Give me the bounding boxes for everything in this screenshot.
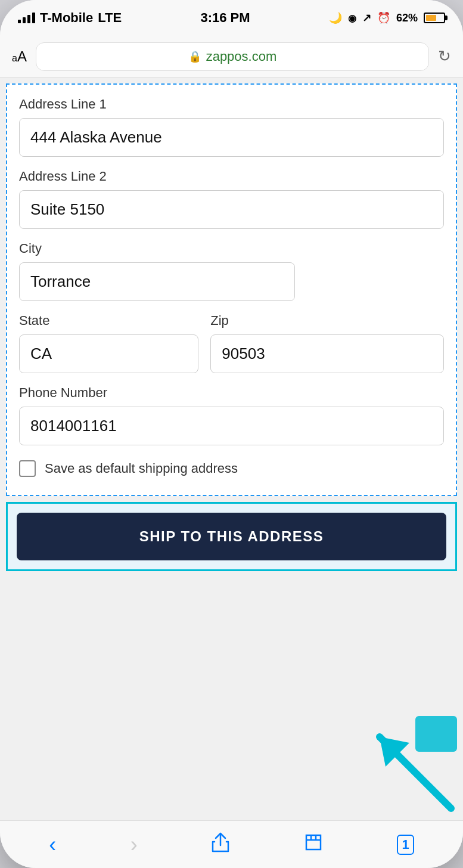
- zip-group: Zip: [210, 313, 444, 373]
- url-text: zappos.com: [206, 49, 277, 64]
- city-label: City: [19, 241, 444, 256]
- forward-button[interactable]: ›: [130, 832, 138, 857]
- carrier-label: T-Mobile: [40, 10, 93, 26]
- browser-nav: ‹ › 1: [0, 820, 463, 868]
- address-line1-input[interactable]: [19, 118, 444, 157]
- signal-bars-icon: [18, 13, 35, 23]
- phone-input[interactable]: [19, 407, 444, 445]
- scrollable-content: Address Line 1 Address Line 2 City State…: [0, 78, 463, 820]
- ship-to-address-button[interactable]: SHIP TO THIS ADDRESS: [17, 513, 446, 560]
- phone-frame: T-Mobile LTE 3:16 PM 🌙 ◉ ↗ ⏰ 62% a A 🔒 z…: [0, 0, 463, 868]
- small-a-icon: a: [12, 53, 17, 64]
- url-bar[interactable]: 🔒 zappos.com: [36, 42, 429, 71]
- gps-icon: ↗: [362, 11, 371, 24]
- tab-overview-button[interactable]: 1: [397, 835, 414, 855]
- moon-icon: 🌙: [329, 11, 342, 24]
- state-group: State: [19, 313, 198, 373]
- address-line1-label: Address Line 1: [19, 97, 444, 112]
- share-button[interactable]: [212, 832, 229, 857]
- address-form-container: Address Line 1 Address Line 2 City State…: [6, 83, 457, 496]
- battery-icon: [424, 13, 445, 23]
- location-icon: ◉: [348, 13, 356, 24]
- network-label: LTE: [98, 10, 122, 26]
- status-right: 🌙 ◉ ↗ ⏰ 62%: [329, 11, 445, 24]
- state-label: State: [19, 313, 198, 328]
- bookmarks-button[interactable]: [304, 833, 323, 856]
- status-bar: T-Mobile LTE 3:16 PM 🌙 ◉ ↗ ⏰ 62%: [0, 0, 463, 36]
- status-left: T-Mobile LTE: [18, 10, 122, 26]
- zip-label: Zip: [210, 313, 444, 328]
- browser-bar: a A 🔒 zappos.com ↻: [0, 36, 463, 78]
- state-zip-row: State Zip: [19, 313, 444, 373]
- battery-fill: [426, 15, 436, 21]
- ship-button-section: SHIP TO THIS ADDRESS: [6, 502, 457, 571]
- default-address-checkbox[interactable]: [19, 460, 36, 477]
- big-a-icon: A: [17, 48, 27, 65]
- default-address-row[interactable]: Save as default shipping address: [19, 460, 444, 477]
- text-size-button[interactable]: a A: [12, 48, 27, 65]
- reload-button[interactable]: ↻: [438, 47, 451, 66]
- back-button[interactable]: ‹: [49, 832, 56, 857]
- default-address-label: Save as default shipping address: [45, 461, 238, 476]
- lock-icon: 🔒: [188, 50, 201, 63]
- city-input[interactable]: [19, 262, 295, 301]
- battery-percent: 62%: [396, 12, 418, 24]
- state-input[interactable]: [19, 334, 198, 373]
- address-line2-label: Address Line 2: [19, 169, 444, 184]
- zip-input[interactable]: [210, 334, 444, 373]
- phone-label: Phone Number: [19, 385, 444, 401]
- alarm-icon: ⏰: [377, 11, 390, 24]
- address-line2-input[interactable]: [19, 190, 444, 229]
- time-display: 3:16 PM: [200, 10, 250, 26]
